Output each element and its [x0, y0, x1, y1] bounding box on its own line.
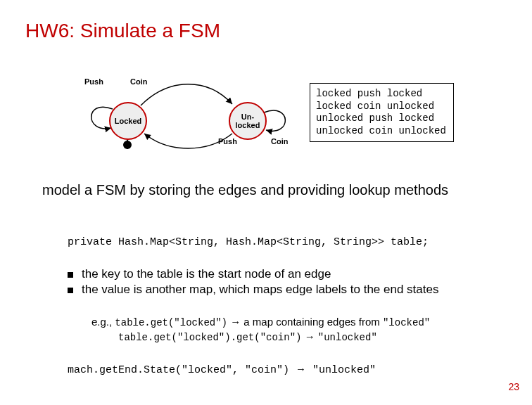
transitions-box: locked push locked locked coin unlocked … — [310, 83, 454, 142]
state-unlocked: Un- locked — [229, 102, 267, 140]
bullet-2: the value is another map, which maps edg… — [68, 283, 497, 297]
example-block: e.g., table.get("locked") → a map contai… — [91, 315, 500, 345]
bullet-icon — [68, 288, 73, 293]
bullet-1: the key to the table is the start node o… — [68, 267, 497, 281]
edge-label-push-self: Push — [84, 77, 103, 86]
start-marker — [123, 141, 132, 149]
bullet-icon — [68, 272, 73, 278]
bullet-list: the key to the table is the start node o… — [68, 267, 497, 298]
fsm-edges — [70, 70, 303, 155]
slide-title: HW6: Simulate a FSM — [25, 20, 220, 42]
state-locked: Locked — [109, 102, 147, 140]
code-declaration: private Hash.Map<String, Hash.Map<String… — [68, 236, 429, 248]
body-text: model a FSM by storing the edges and pro… — [42, 181, 493, 199]
fsm-diagram: Locked Un- locked Push Coin Push Coin — [70, 70, 303, 155]
edge-label-push-bottom: Push — [218, 137, 237, 146]
edge-label-coin-top: Coin — [130, 77, 147, 86]
edge-label-coin-self: Coin — [271, 137, 288, 146]
method-call: mach.getEnd.State("locked", "coin") → "u… — [68, 363, 376, 376]
page-number: 23 — [508, 381, 519, 392]
